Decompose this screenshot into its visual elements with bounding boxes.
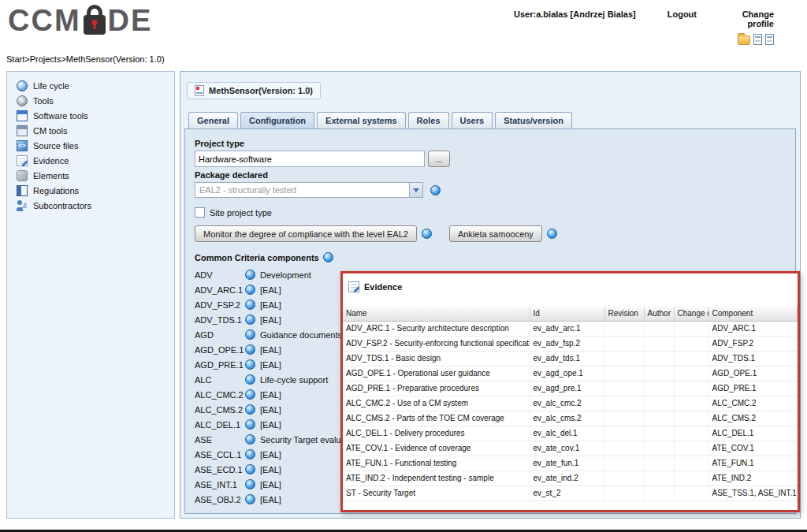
project-type-input[interactable] — [195, 151, 425, 167]
sidebar-item-source-files[interactable]: Source files — [17, 138, 171, 153]
tab-external-systems[interactable]: External systems — [317, 112, 406, 128]
monitor-compliance-button[interactable]: Monitor the degree of compliance with th… — [195, 225, 417, 242]
evidence-popup-title: Evidence — [343, 273, 798, 292]
app-header: CCM DE User:a.bialas [Andrzej Bialas] Lo… — [0, 0, 807, 52]
tab-bar: General Configuration External systems R… — [188, 112, 572, 128]
evidence-row[interactable]: ALC_CMS.2 - Parts of the TOE CM coverage… — [343, 411, 798, 426]
chevron-down-icon[interactable] — [409, 183, 422, 197]
evidence-row[interactable]: ATE_FUN.1 - Functional testing ev_ate_fu… — [343, 456, 798, 471]
document-icon[interactable] — [765, 34, 774, 45]
change-profile-link[interactable]: Change profile — [728, 9, 774, 28]
cc-components-label: Common Criteria components — [195, 253, 319, 262]
cell-author — [644, 396, 674, 411]
software-tools-icon — [17, 110, 28, 121]
sidebar-item-elements[interactable]: Elements — [17, 168, 171, 183]
cell-change-date — [674, 351, 708, 366]
logout-link[interactable]: Logout — [668, 9, 697, 19]
browse-button[interactable]: ... — [428, 151, 450, 167]
evidence-row[interactable]: ADV_FSP.2 - Security-enforcing functiona… — [343, 336, 798, 351]
package-declared-combo[interactable]: EAL2 - structurally tested — [195, 182, 423, 198]
site-project-checkbox[interactable] — [195, 207, 205, 218]
globe-icon[interactable] — [245, 494, 255, 504]
tab-general[interactable]: General — [188, 112, 238, 128]
help-globe-icon[interactable] — [422, 229, 432, 239]
globe-icon[interactable] — [245, 270, 255, 280]
globe-icon[interactable] — [245, 479, 255, 489]
quick-icons — [738, 34, 774, 45]
globe-icon[interactable] — [245, 404, 255, 415]
globe-icon[interactable] — [245, 449, 255, 459]
globe-icon[interactable] — [245, 389, 255, 400]
cell-author — [644, 321, 674, 336]
evidence-row[interactable]: AGD_PRE.1 - Preparative procedures ev_ag… — [343, 381, 798, 396]
evidence-table: Name Id Revision Author Change c Compone… — [343, 307, 798, 501]
evidence-row[interactable]: AGD_OPE.1 - Operational user guidance ev… — [343, 366, 798, 381]
tab-label: Users — [460, 116, 485, 125]
cell-author — [644, 366, 674, 381]
help-globe-icon[interactable] — [323, 252, 333, 262]
sidebar-item-life-cycle[interactable]: Life cycle — [17, 78, 171, 93]
globe-icon[interactable] — [245, 344, 255, 355]
source-files-icon — [17, 140, 28, 151]
evidence-row[interactable]: ALC_CMC.2 - Use of a CM system ev_alc_cm… — [343, 396, 798, 411]
cell-revision — [604, 396, 644, 411]
tab-status-version[interactable]: Status/version — [495, 112, 572, 128]
column-header-revision[interactable]: Revision — [604, 307, 644, 321]
help-globe-icon[interactable] — [430, 185, 441, 195]
globe-icon[interactable] — [245, 464, 255, 474]
globe-icon[interactable] — [245, 314, 255, 325]
ccmode-logo: CCM DE — [8, 5, 152, 36]
ankieta-samooceny-button[interactable]: Ankieta samooceny — [449, 225, 542, 242]
sidebar-item-evidence[interactable]: Evidence — [17, 153, 171, 168]
cell-name: ATE_COV.1 - Evidence of coverage — [343, 441, 530, 456]
cell-author — [644, 411, 674, 426]
evidence-row[interactable]: ALC_DEL.1 - Delivery procedures ev_alc_d… — [343, 426, 798, 441]
help-globe-icon[interactable] — [547, 229, 557, 239]
evidence-row[interactable]: ADV_ARC.1 - Security architecture descri… — [343, 321, 798, 336]
column-header-component[interactable]: Component — [708, 307, 798, 321]
evidence-row[interactable]: ADV_TDS.1 - Basic design ev_adv_tds.1 AD… — [343, 351, 798, 366]
package-declared-value: EAL2 - structurally tested — [195, 183, 409, 197]
cell-name: ADV_TDS.1 - Basic design — [343, 351, 530, 366]
cell-revision — [604, 485, 644, 500]
folder-icon[interactable] — [738, 35, 750, 45]
sidebar-item-cm-tools[interactable]: CM tools — [17, 123, 171, 138]
tab-users[interactable]: Users — [452, 112, 493, 128]
sidebar-item-label: Source files — [33, 141, 78, 151]
column-header-id[interactable]: Id — [530, 307, 604, 321]
logo-text-right: DE — [108, 6, 153, 35]
sidebar-item-regulations[interactable]: Regulations — [17, 183, 171, 198]
user-info: User:a.bialas [Andrzej Bialas] — [514, 9, 636, 19]
column-header-name[interactable]: Name — [343, 307, 530, 321]
evidence-row[interactable]: ST - Security Target ev_st_2 ASE_TSS.1, … — [343, 485, 798, 500]
sidebar-item-subcontractors[interactable]: Subcontractors — [17, 198, 171, 213]
globe-icon[interactable] — [245, 434, 255, 445]
sidebar-item-label: Evidence — [33, 156, 69, 166]
cell-revision — [604, 366, 644, 381]
globe-icon[interactable] — [245, 285, 255, 295]
column-header-author[interactable]: Author — [644, 307, 674, 321]
tab-configuration[interactable]: Configuration — [240, 112, 314, 128]
sidebar-item-label: Subcontractors — [33, 201, 91, 210]
evidence-row[interactable]: ATE_IND.2 - Independent testing - sample… — [343, 471, 798, 485]
cell-revision — [604, 441, 644, 456]
cc-component-desc: [EAL] — [260, 315, 281, 325]
cell-name: ALC_DEL.1 - Delivery procedures — [343, 426, 530, 441]
globe-icon[interactable] — [245, 359, 255, 370]
tab-roles[interactable]: Roles — [408, 112, 449, 128]
globe-icon[interactable] — [245, 329, 255, 340]
sidebar-item-software-tools[interactable]: Software tools — [17, 108, 171, 123]
breadcrumb: Start>Projects>MethSensor(Version: 1.0) — [6, 54, 165, 64]
cc-component-desc: [EAL] — [260, 420, 281, 430]
column-header-change-date[interactable]: Change c — [674, 307, 708, 321]
site-project-row: Site project type — [195, 207, 786, 218]
globe-icon[interactable] — [245, 299, 255, 310]
globe-icon[interactable] — [245, 374, 255, 385]
profile-column: Change profile — [728, 9, 774, 45]
evidence-row[interactable]: ATE_COV.1 - Evidence of coverage ev_ate_… — [343, 441, 798, 456]
globe-icon[interactable] — [245, 419, 255, 430]
cc-component-desc: [EAL] — [260, 360, 281, 370]
document-icon[interactable] — [753, 34, 762, 45]
cc-component-code: ALC_CMS.2 — [195, 405, 245, 415]
sidebar-item-tools[interactable]: Tools — [17, 93, 171, 108]
